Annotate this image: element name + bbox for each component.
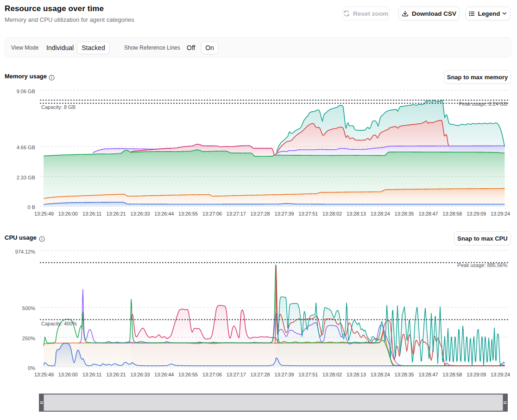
- svg-text:13:29:24: 13:29:24: [491, 211, 510, 216]
- svg-text:13:27:17: 13:27:17: [227, 211, 246, 216]
- svg-text:13:26:33: 13:26:33: [130, 372, 150, 377]
- svg-text:0 B: 0 B: [27, 204, 35, 210]
- svg-text:13:27:28: 13:27:28: [251, 211, 270, 216]
- svg-text:0%: 0%: [28, 365, 35, 371]
- svg-text:13:26:44: 13:26:44: [154, 372, 174, 377]
- svg-text:13:25:49: 13:25:49: [34, 211, 54, 216]
- svg-text:2.33 GB: 2.33 GB: [17, 175, 35, 180]
- svg-text:13:28:24: 13:28:24: [371, 372, 390, 377]
- svg-text:13:27:06: 13:27:06: [202, 211, 222, 216]
- svg-text:13:27:28: 13:27:28: [251, 372, 270, 377]
- svg-text:13:26:33: 13:26:33: [130, 211, 150, 216]
- svg-text:13:28:58: 13:28:58: [442, 211, 462, 216]
- svg-text:13:26:55: 13:26:55: [178, 372, 198, 377]
- svg-text:13:26:55: 13:26:55: [178, 211, 198, 216]
- svg-text:13:28:35: 13:28:35: [395, 211, 414, 216]
- svg-text:13:29:09: 13:29:09: [467, 211, 486, 216]
- svg-text:9.06 GB: 9.06 GB: [17, 89, 35, 94]
- svg-text:13:26:44: 13:26:44: [154, 211, 174, 216]
- svg-text:4.66 GB: 4.66 GB: [17, 145, 35, 150]
- svg-text:13:28:58: 13:28:58: [442, 372, 462, 377]
- svg-text:13:26:00: 13:26:00: [58, 372, 78, 377]
- svg-text:13:26:11: 13:26:11: [82, 211, 101, 216]
- svg-text:13:28:13: 13:28:13: [347, 211, 366, 216]
- svg-text:13:27:51: 13:27:51: [298, 211, 318, 216]
- svg-text:13:26:21: 13:26:21: [106, 372, 126, 377]
- svg-text:13:27:39: 13:27:39: [274, 372, 294, 377]
- svg-text:13:28:24: 13:28:24: [371, 211, 390, 216]
- svg-text:Capacity: 8 GB: Capacity: 8 GB: [41, 104, 76, 110]
- svg-text:13:27:39: 13:27:39: [274, 211, 294, 216]
- svg-text:Peak usage: 8.24 GB: Peak usage: 8.24 GB: [459, 101, 507, 107]
- svg-text:13:28:02: 13:28:02: [322, 372, 342, 377]
- svg-text:Capacity: 400%: Capacity: 400%: [41, 321, 77, 326]
- svg-text:13:25:49: 13:25:49: [34, 372, 54, 377]
- svg-text:13:27:06: 13:27:06: [202, 372, 222, 377]
- svg-text:250%: 250%: [22, 336, 35, 341]
- svg-text:13:27:51: 13:27:51: [298, 372, 318, 377]
- svg-text:13:29:09: 13:29:09: [467, 372, 486, 377]
- svg-text:974.12%: 974.12%: [15, 249, 36, 255]
- svg-text:13:26:11: 13:26:11: [82, 372, 101, 377]
- svg-text:13:28:35: 13:28:35: [395, 372, 414, 377]
- svg-text:Peak usage: 885.56%: Peak usage: 885.56%: [457, 262, 507, 268]
- svg-text:13:26:21: 13:26:21: [106, 211, 126, 216]
- svg-text:13:28:47: 13:28:47: [418, 211, 438, 216]
- svg-text:13:28:13: 13:28:13: [347, 372, 366, 377]
- svg-text:13:27:17: 13:27:17: [227, 372, 246, 377]
- svg-text:13:29:24: 13:29:24: [491, 372, 510, 377]
- svg-text:13:28:47: 13:28:47: [418, 372, 438, 377]
- svg-text:500%: 500%: [22, 305, 35, 311]
- svg-text:13:26:00: 13:26:00: [58, 211, 78, 216]
- svg-text:13:28:02: 13:28:02: [322, 211, 342, 216]
